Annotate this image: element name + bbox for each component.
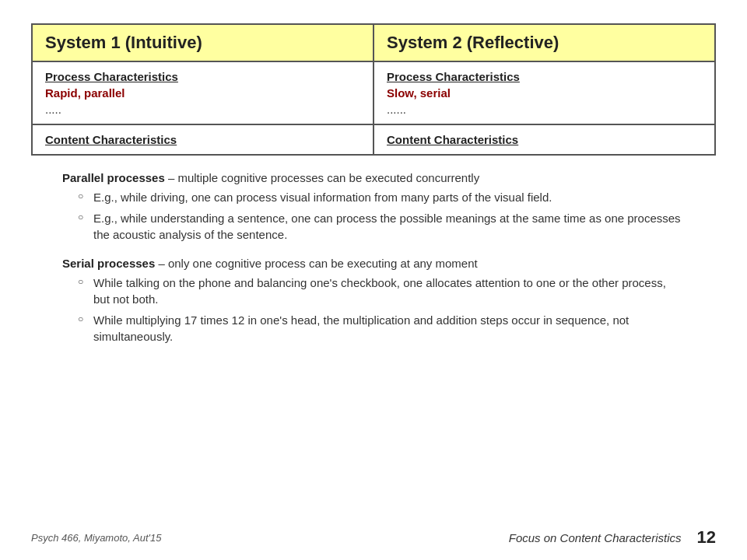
header-col1: System 1 (Intuitive)	[32, 24, 374, 61]
parallel-title: Parallel processes	[62, 171, 165, 184]
process-row: Process Characteristics Rapid, parallel …	[32, 61, 715, 124]
serial-title: Serial processes	[62, 257, 155, 270]
content-col2: Content Characteristics	[374, 124, 715, 155]
serial-bullets: While talking on the phone and balancing…	[78, 275, 685, 345]
serial-section: Serial processes – only one cognitive pr…	[62, 257, 685, 345]
comparison-table: System 1 (Intuitive) System 2 (Reflectiv…	[31, 23, 716, 156]
list-item: E.g., while understanding a sentence, on…	[78, 210, 685, 243]
content-heading-col2: Content Characteristics	[387, 133, 702, 146]
footer-right: Focus on Content Characteristics 12	[509, 527, 716, 548]
parallel-dash: –	[165, 171, 178, 184]
main-content: Parallel processes – multiple cognitive …	[31, 171, 716, 345]
content-row: Content Characteristics Content Characte…	[32, 124, 715, 155]
parallel-section: Parallel processes – multiple cognitive …	[62, 171, 685, 243]
footer: Psych 466, Miyamoto, Aut'15 Focus on Con…	[0, 527, 747, 548]
process-col2: Process Characteristics Slow, serial ...…	[374, 61, 715, 124]
footer-slide-title: Focus on Content Characteristics	[509, 531, 682, 544]
header-col2: System 2 (Reflective)	[374, 24, 715, 61]
process-heading-col2: Process Characteristics	[387, 70, 702, 83]
parallel-bullets: E.g., while driving, one can process vis…	[78, 189, 685, 243]
content-heading-col1: Content Characteristics	[45, 133, 360, 146]
footer-page-number: 12	[697, 527, 716, 548]
process-col1: Process Characteristics Rapid, parallel …	[32, 61, 374, 124]
footer-credit: Psych 466, Miyamoto, Aut'15	[31, 532, 161, 544]
process-dots-col1: .....	[45, 103, 360, 116]
list-item: While multiplying 17 times 12 in one's h…	[78, 312, 685, 345]
serial-dash: –	[155, 257, 168, 270]
process-dots-col2: ......	[387, 103, 702, 116]
process-heading-col1: Process Characteristics	[45, 70, 360, 83]
slide-container: System 1 (Intuitive) System 2 (Reflectiv…	[0, 0, 747, 560]
parallel-text: multiple cognitive processes can be exec…	[177, 171, 479, 184]
process-value-col2: Slow, serial	[387, 86, 702, 100]
content-col1: Content Characteristics	[32, 124, 374, 155]
list-item: While talking on the phone and balancing…	[78, 275, 685, 307]
list-item: E.g., while driving, one can process vis…	[78, 189, 685, 205]
serial-text: only one cognitive process can be execut…	[168, 257, 478, 270]
process-value-col1: Rapid, parallel	[45, 86, 360, 100]
